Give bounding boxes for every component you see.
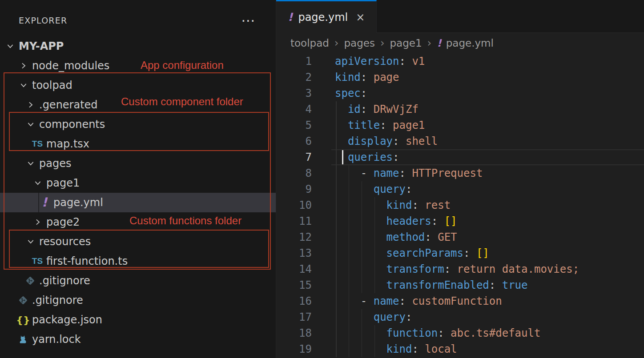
code-line-9[interactable]: 9 query: — [276, 181, 644, 197]
vscode-window: EXPLORER ⋯ MY-APPnode_modulestoolpad.gen… — [0, 0, 644, 358]
tree-item-label: toolpad — [32, 80, 72, 91]
code-line-13[interactable]: 13 searchParams: [] — [276, 245, 644, 261]
code-line-19[interactable]: 19 kind: local — [276, 341, 644, 357]
code-line-content: - name: HTTPrequest — [331, 165, 644, 181]
code-line-3[interactable]: 3spec: — [276, 85, 644, 101]
code-line-content: display: shell — [331, 133, 644, 149]
code-line-10[interactable]: 10 kind: rest — [276, 197, 644, 213]
tree-item-resources[interactable]: resources — [0, 232, 276, 251]
code-line-6[interactable]: 6 display: shell — [276, 133, 644, 149]
chevron-right-icon[interactable] — [19, 61, 28, 71]
line-number: 8 — [276, 165, 331, 181]
indent-guide — [362, 245, 362, 261]
code-line-11[interactable]: 11 headers: [] — [276, 213, 644, 229]
code-line-14[interactable]: 14 transform: return data.movies; — [276, 261, 644, 277]
tree-item-node-modules[interactable]: node_modules — [0, 56, 276, 76]
code-line-15[interactable]: 15 transformEnabled: true — [276, 277, 644, 293]
breadcrumb-item-pages[interactable]: pages — [344, 37, 374, 49]
token-key: id — [348, 103, 361, 115]
tree-item-page1[interactable]: page1 — [0, 173, 276, 193]
tree-item-label: components — [39, 119, 105, 130]
chevron-down-icon[interactable] — [33, 178, 43, 188]
chevron-down-icon[interactable] — [26, 119, 36, 129]
tree-item-gitignore[interactable]: .gitignore — [0, 290, 276, 310]
typescript-icon: TS — [32, 256, 43, 266]
tree-item-page-yml[interactable]: !page.yml — [0, 193, 276, 212]
code-line-12[interactable]: 12 method: GET — [276, 229, 644, 245]
yaml-warning-icon: ! — [437, 38, 442, 48]
tree-item-label: node_modules — [32, 60, 109, 71]
yarn-cat-icon — [18, 334, 28, 345]
chevron-right-icon[interactable] — [33, 217, 43, 227]
tree-item-map-tsx[interactable]: TSmap.tsx — [0, 134, 276, 154]
token-key: transform — [386, 263, 444, 275]
tree-item-pages[interactable]: pages — [0, 154, 276, 173]
file-tree: MY-APPnode_modulestoolpad.generatedcompo… — [0, 36, 276, 349]
chevron-down-icon[interactable] — [26, 237, 36, 247]
git-icon — [25, 275, 36, 286]
chevron-down-icon[interactable] — [5, 41, 15, 51]
token-str: rest — [425, 199, 451, 211]
token-punc: : — [438, 327, 451, 339]
tree-item-package-json[interactable]: {}package.json — [0, 310, 276, 330]
code-line-16[interactable]: 16 - name: customFunction — [276, 293, 644, 309]
yaml-warning-icon: ! — [288, 12, 293, 23]
indent-guide — [362, 181, 362, 197]
explorer-title: EXPLORER — [19, 16, 67, 25]
token-punc: : — [380, 119, 393, 131]
token-punc: : — [393, 135, 406, 147]
line-number: 16 — [276, 293, 331, 309]
code-line-content: query: — [331, 309, 644, 325]
code-line-1[interactable]: 1apiVersion: v1 — [276, 53, 644, 69]
code-line-8[interactable]: 8 - name: HTTPrequest — [276, 165, 644, 181]
code-line-18[interactable]: 18 function: abc.ts#default — [276, 325, 644, 341]
code-line-4[interactable]: 4 id: DRwVjZf — [276, 101, 644, 117]
token-dash: - — [361, 295, 374, 307]
close-icon[interactable]: × — [356, 12, 365, 23]
chevron-down-icon[interactable] — [26, 159, 36, 168]
token-punc: : — [431, 215, 444, 227]
code-line-17[interactable]: 17 query: — [276, 309, 644, 325]
line-number: 12 — [276, 229, 331, 245]
tree-item-components[interactable]: components — [0, 115, 276, 134]
indent-guide — [336, 149, 337, 165]
more-actions-icon[interactable]: ⋯ — [241, 13, 255, 28]
line-number: 13 — [276, 245, 331, 261]
code-line-7[interactable]: 7 queries: — [276, 149, 644, 165]
tab-page-yml[interactable]: ! page.yml × — [276, 0, 377, 33]
tree-item-my-app[interactable]: MY-APP — [0, 36, 276, 56]
tree-item-label: resources — [39, 236, 91, 247]
code-editor[interactable]: 1apiVersion: v12kind: page3spec:4 id: DR… — [276, 53, 644, 358]
indent-guide — [349, 197, 350, 213]
tree-item-page2[interactable]: page2 — [0, 212, 276, 232]
token-str: local — [425, 343, 457, 355]
breadcrumb-item-toolpad[interactable]: toolpad — [290, 37, 329, 49]
token-dash: - — [361, 167, 374, 179]
breadcrumb-separator: › — [427, 37, 432, 49]
indent-guide — [349, 309, 350, 325]
tree-item-toolpad[interactable]: toolpad — [0, 76, 276, 95]
token-key: query — [374, 311, 406, 323]
token-str: GET — [438, 231, 457, 243]
token-str: abc.ts#default — [451, 327, 540, 339]
code-line-2[interactable]: 2kind: page — [276, 69, 644, 85]
tree-item-first-function-ts[interactable]: TSfirst-function.ts — [0, 251, 276, 271]
chevron-down-icon[interactable] — [19, 80, 28, 90]
code-line-content: queries: — [331, 149, 644, 165]
code-line-content: searchParams: [] — [331, 245, 644, 261]
line-number: 3 — [276, 85, 331, 101]
token-punc: : — [399, 295, 412, 307]
breadcrumb: toolpad›pages›page1›!page.yml — [276, 33, 644, 53]
indent-guide — [336, 213, 337, 229]
breadcrumb-item-page-yml[interactable]: page.yml — [446, 37, 494, 49]
tree-item-gitignore[interactable]: .gitignore — [0, 271, 276, 290]
indent-guide — [374, 261, 375, 277]
chevron-right-icon[interactable] — [26, 100, 36, 110]
code-line-5[interactable]: 5 title: page1 — [276, 117, 644, 133]
tree-item-yarn-lock[interactable]: yarn.lock — [0, 330, 276, 349]
tree-item-generated[interactable]: .generated — [0, 95, 276, 115]
breadcrumb-item-page1[interactable]: page1 — [390, 37, 422, 49]
line-number: 19 — [276, 341, 331, 357]
line-number: 5 — [276, 117, 331, 133]
indent-guide — [336, 133, 337, 149]
